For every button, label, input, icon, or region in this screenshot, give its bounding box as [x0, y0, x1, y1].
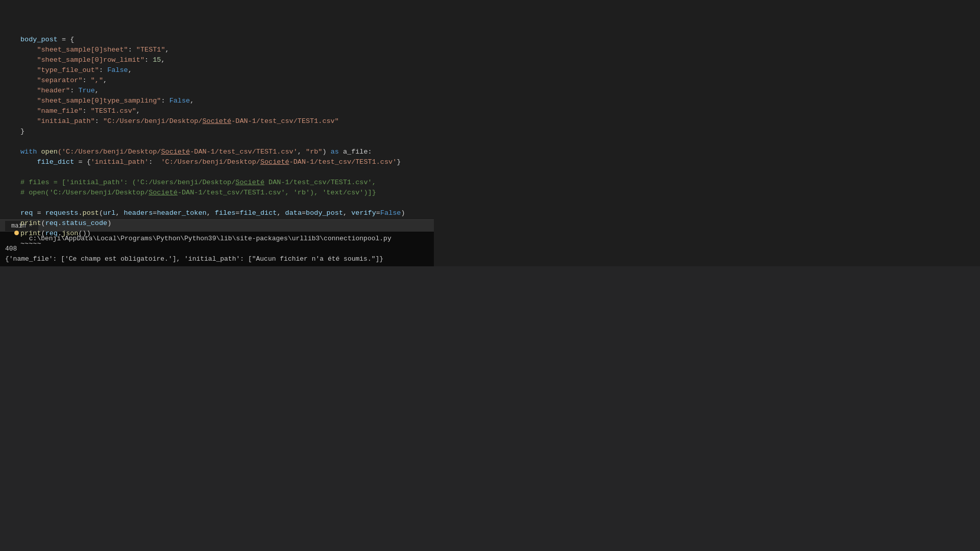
- code-token: ,: [277, 209, 285, 217]
- code-token: as: [331, 148, 339, 156]
- code-token: ): [107, 219, 111, 227]
- code-token: False: [380, 209, 401, 217]
- code-token: [20, 66, 37, 74]
- code-token: ,: [161, 56, 165, 64]
- code-token: "C:/Users/benji/Desktop/: [103, 117, 202, 125]
- code-token: False: [169, 97, 190, 105]
- code-token: "rb": [306, 148, 322, 156]
- code-token: "header": [37, 87, 70, 94]
- code-token: = {: [74, 158, 90, 166]
- line-content: "separator": ",",: [20, 76, 434, 86]
- code-token: files: [215, 209, 236, 217]
- code-token: req: [20, 209, 33, 217]
- code-line: "sheet_sample[0]row_limit": 15,: [12, 55, 434, 65]
- code-token: Societé: [149, 189, 178, 196]
- code-token: ~~~~~: [20, 240, 41, 247]
- code-token: file_dict: [239, 209, 277, 217]
- code-line: "separator": ",",: [12, 76, 434, 86]
- code-token: ,: [298, 148, 306, 156]
- blank-area: [0, 266, 980, 551]
- line-content: with open('C:/Users/benji/Desktop/Societ…: [20, 147, 434, 157]
- code-token: -DAN-1/test_csv/TEST1.csv', 'rb'), 'text…: [178, 189, 376, 196]
- code-token: (: [41, 219, 45, 227]
- code-line: with open('C:/Users/benji/Desktop/Societ…: [12, 147, 434, 157]
- code-line: "sheet_sample[0]sheet": "TEST1",: [12, 45, 434, 55]
- code-line: print(req.status_code): [12, 218, 434, 229]
- code-token: =: [302, 209, 306, 217]
- code-token: ,: [372, 179, 376, 186]
- code-line: "type_file_out": False,: [12, 65, 434, 76]
- code-token: [20, 158, 37, 166]
- code-line: "sheet_sample[0]type_sampling": False,: [12, 96, 434, 106]
- code-token: json: [62, 230, 78, 237]
- code-editor: body_post = { "sheet_sample[0]sheet": "T…: [0, 0, 434, 219]
- line-content: print(req.json()): [20, 229, 434, 239]
- code-token: [20, 56, 37, 64]
- code-token: open: [41, 148, 58, 156]
- code-token: "separator": [37, 77, 82, 84]
- code-token: "sheet_sample[0]sheet": [37, 46, 128, 54]
- line-content: # open('C:/Users/benji/Desktop/Societé-D…: [20, 188, 434, 198]
- code-token: 'C:/Users/benji/Desktop/: [157, 158, 260, 166]
- code-token: Societé: [202, 117, 231, 125]
- code-token: "name_file": [37, 107, 82, 115]
- code-token: ()): [78, 230, 90, 237]
- code-line: body_post = {: [12, 35, 434, 45]
- code-token: with: [20, 148, 37, 156]
- code-token: 'initial_path': [66, 179, 124, 186]
- code-line: file_dict = {'initial_path': 'C:/Users/b…: [12, 157, 434, 167]
- code-token: ,: [136, 107, 140, 115]
- line-content: "initial_path": "C:/Users/benji/Desktop/…: [20, 116, 434, 127]
- code-token: [20, 46, 37, 54]
- code-token: [20, 117, 37, 125]
- code-line: [12, 137, 434, 147]
- code-line: # files = ['initial_path': ('C:/Users/be…: [12, 178, 434, 188]
- code-token: "type_file_out": [37, 66, 99, 74]
- code-line: }: [12, 127, 434, 137]
- code-token: ,: [128, 66, 132, 74]
- line-content: # files = ['initial_path': ('C:/Users/be…: [20, 178, 434, 188]
- code-token: body_post: [20, 36, 58, 43]
- line-content: "sheet_sample[0]type_sampling": False,: [20, 96, 434, 106]
- code-token: 15: [153, 56, 161, 64]
- code-line: "name_file": "TEST1.csv",: [12, 106, 434, 116]
- code-token: # files = [: [20, 179, 66, 186]
- code-token: :: [95, 117, 103, 125]
- code-token: header_token: [157, 209, 206, 217]
- line-content: "name_file": "TEST1.csv",: [20, 106, 434, 116]
- line-content: body_post = {: [20, 35, 434, 45]
- code-token: .: [58, 230, 62, 237]
- code-token: [20, 107, 37, 115]
- code-token: "TEST1": [136, 46, 165, 54]
- code-token: :: [144, 56, 153, 64]
- line-content: req = requests.post(url, headers=header_…: [20, 208, 434, 218]
- code-token: =: [33, 209, 45, 217]
- code-token: print: [20, 219, 41, 227]
- code-token: ,: [207, 209, 215, 217]
- code-token: headers: [124, 209, 153, 217]
- line-content: ~~~~~: [20, 239, 434, 249]
- code-token: url: [103, 209, 115, 217]
- line-content: print(req.status_code): [20, 218, 434, 229]
- code-line: # open('C:/Users/benji/Desktop/Societé-D…: [12, 188, 434, 198]
- code-token: -DAN-1/test_csv/TEST1.csv': [289, 158, 397, 166]
- code-token: ",": [91, 77, 103, 84]
- code-token: :: [83, 107, 91, 115]
- line-gutter: [12, 231, 20, 235]
- breakpoint-dot: [14, 231, 19, 235]
- code-token: ,: [165, 46, 169, 54]
- code-content: body_post = { "sheet_sample[0]sheet": "T…: [0, 0, 434, 253]
- code-line: ~~~~~: [12, 239, 434, 249]
- code-token: =: [376, 209, 380, 217]
- code-token: .: [78, 209, 82, 217]
- code-token: ): [401, 209, 405, 217]
- code-token: a_file:: [339, 148, 372, 156]
- code-token: (: [99, 209, 103, 217]
- code-token: 'initial_path': [91, 158, 149, 166]
- line-content: }: [20, 127, 434, 137]
- code-token: ): [322, 148, 330, 156]
- line-content: "header": True,: [20, 86, 434, 96]
- code-token: :: [83, 77, 91, 84]
- code-token: verify: [351, 209, 376, 217]
- terminal-output-line: {'name_file': ['Ce champ est obligatoire…: [5, 254, 429, 264]
